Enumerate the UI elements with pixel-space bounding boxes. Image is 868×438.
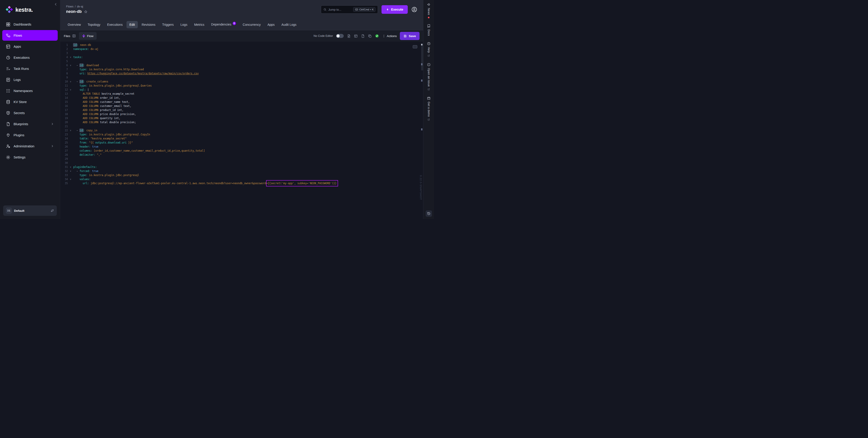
- code-line-33[interactable]: 33 type: io.kestra.plugin.jdbc.postgresq…: [60, 173, 423, 177]
- table-view-icon[interactable]: [354, 34, 358, 38]
- copy-icon[interactable]: [368, 34, 372, 38]
- tab-executions[interactable]: Executions: [104, 21, 125, 28]
- code-line-3[interactable]: 3: [60, 51, 423, 55]
- sidebar-item-flows[interactable]: Flows: [2, 30, 58, 41]
- code-line-1[interactable]: 1id: neon-db: [60, 43, 423, 47]
- code-line-4[interactable]: 4∨tasks:: [60, 55, 423, 59]
- code-line-25[interactable]: 25 from: "{{ outputs.download.uri }}": [60, 141, 423, 145]
- code-line-16[interactable]: 16 ADD COLUMN customer_email text,: [60, 104, 423, 108]
- code-line-2[interactable]: 2namespace: dv-aj: [60, 47, 423, 51]
- file-icon[interactable]: [361, 34, 365, 38]
- breadcrumb-namespace[interactable]: dv-aj: [77, 5, 83, 8]
- code-line-26[interactable]: 26 header: true: [60, 145, 423, 149]
- sidebar-item-administration[interactable]: Administration: [2, 141, 58, 151]
- code-line-27[interactable]: 27 columns: [order_id,customer_name,cust…: [60, 149, 423, 153]
- code-editor[interactable]: 1id: neon-db2namespace: dv-aj34∨tasks:56…: [60, 42, 423, 219]
- sidebar-item-secrets[interactable]: Secrets: [2, 108, 58, 118]
- code-line-21[interactable]: 21: [60, 124, 423, 128]
- tab-topology[interactable]: Topology: [85, 21, 103, 28]
- code-line-22[interactable]: 22∨ - id: copy_in: [60, 128, 423, 132]
- sidebar-item-blueprints[interactable]: Blueprints: [2, 119, 58, 129]
- code-line-23[interactable]: 23 type: io.kestra.plugin.jdbc.postgresq…: [60, 132, 423, 136]
- jump-to-search[interactable]: Ctrl/Cmd + K: [321, 5, 378, 13]
- save-button[interactable]: Save: [400, 32, 420, 40]
- code-line-17[interactable]: 17 ADD COLUMN product_id int,: [60, 108, 423, 112]
- sidebar-item-task-runs[interactable]: Task Runs: [2, 63, 58, 74]
- code-line-19[interactable]: 19 ADD COLUMN quantity int,: [60, 116, 423, 120]
- code-line-15[interactable]: 15 ADD COLUMN customer_name text,: [60, 100, 423, 104]
- code-line-9[interactable]: 9: [60, 75, 423, 79]
- jump-to-input[interactable]: [328, 8, 351, 11]
- code-line-32[interactable]: 32∨ - forced: true: [60, 169, 423, 173]
- tenant-selector[interactable]: DE Default: [3, 205, 57, 216]
- tab-apps[interactable]: Apps: [265, 21, 278, 28]
- code-line-31[interactable]: 31∨pluginDefaults:: [60, 165, 423, 169]
- tab-audit-logs[interactable]: Audit Logs: [279, 21, 299, 28]
- kestra-logo[interactable]: kestra.: [0, 0, 60, 18]
- code-line-14[interactable]: 14 ADD COLUMN order_id int,: [60, 96, 423, 100]
- fold-chevron-icon[interactable]: ∨: [68, 55, 73, 59]
- flow-file-tab[interactable]: Flow: [79, 32, 97, 40]
- code-line-10[interactable]: 10∨ - id: create_columns: [60, 79, 423, 83]
- rail-item-help[interactable]: Help: [427, 42, 431, 57]
- rail-item-open-an-issue[interactable]: Open an issue: [427, 63, 431, 91]
- fold-chevron-icon[interactable]: ∨: [68, 169, 73, 173]
- code-line-28[interactable]: 28 delimiter: ",": [60, 153, 423, 157]
- fold-chevron-icon[interactable]: ∨: [68, 63, 73, 67]
- rail-item-get-a-demo[interactable]: Get a demo: [427, 97, 431, 121]
- tab-metrics[interactable]: Metrics: [191, 21, 207, 28]
- tab-triggers[interactable]: Triggers: [159, 21, 177, 28]
- sidebar-item-kv-store[interactable]: KV Store: [2, 97, 58, 107]
- tab-overview[interactable]: Overview: [65, 21, 84, 28]
- fold-gutter: [68, 153, 73, 157]
- code-line-35[interactable]: 35 url: jdbc:postgresql://ep-ancient-flo…: [60, 181, 423, 185]
- no-code-editor-toggle[interactable]: [336, 34, 344, 38]
- tab-logs[interactable]: Logs: [178, 21, 190, 28]
- code-line-8[interactable]: 8 uri: https://huggingface.co/datasets/k…: [60, 71, 423, 75]
- code-line-30[interactable]: 30: [60, 161, 423, 165]
- code-line-24[interactable]: 24 table: "kestra_example_secret": [60, 136, 423, 141]
- actions-button[interactable]: Actions: [382, 34, 397, 38]
- code-area[interactable]: 1id: neon-db2namespace: dv-aj34∨tasks:56…: [60, 43, 423, 185]
- code-line-5[interactable]: 5: [60, 59, 423, 63]
- favorite-star-icon[interactable]: [84, 10, 88, 13]
- sidebar-item-namespaces[interactable]: Namespaces: [2, 86, 58, 96]
- fold-chevron-icon[interactable]: ∨: [68, 177, 73, 181]
- rail-item-docs[interactable]: Docs: [427, 24, 431, 36]
- execute-button[interactable]: Execute: [381, 5, 408, 14]
- editor-widget-icon[interactable]: [413, 45, 417, 48]
- fold-chevron-icon[interactable]: ∨: [68, 79, 73, 83]
- code-line-13[interactable]: 13 ALTER TABLE kestra_example_secret: [60, 92, 423, 96]
- tab-concurrency[interactable]: Concurrency: [240, 21, 264, 28]
- code-line-29[interactable]: 29: [60, 157, 423, 161]
- fold-chevron-icon[interactable]: ∨: [68, 88, 73, 92]
- tab-edit[interactable]: Edit: [126, 21, 138, 28]
- tab-dependencies[interactable]: Dependencies0: [208, 21, 239, 28]
- rail-item-news[interactable]: News: [427, 3, 431, 18]
- user-avatar[interactable]: [411, 6, 417, 12]
- code-line-11[interactable]: 11 type: io.kestra.plugin.jdbc.postgresq…: [60, 83, 423, 88]
- sidebar-item-settings[interactable]: Settings: [2, 152, 58, 163]
- sidebar-item-dashboards[interactable]: Dashboards: [2, 19, 58, 30]
- fold-chevron-icon[interactable]: ∨: [68, 128, 73, 132]
- sidebar-item-logs[interactable]: Logs: [2, 74, 58, 85]
- code-line-20[interactable]: 20 ADD COLUMN total double precision;: [60, 120, 423, 124]
- sidebar-item-executions[interactable]: Executions: [2, 52, 58, 63]
- doc-play-icon[interactable]: [347, 34, 351, 38]
- code-line-6[interactable]: 6∨ - id: download: [60, 63, 423, 67]
- sidebar-item-apps[interactable]: Apps: [2, 41, 58, 52]
- code-line-12[interactable]: 12∨ sql: |: [60, 88, 423, 92]
- tab-revisions[interactable]: Revisions: [139, 21, 158, 28]
- sidebar-item-plugins[interactable]: Plugins: [2, 130, 58, 140]
- files-toggle-button[interactable]: Files: [64, 34, 76, 38]
- code-line-18[interactable]: 18 ADD COLUMN price double precision,: [60, 112, 423, 116]
- line-number: 24: [60, 136, 68, 141]
- history-button[interactable]: [426, 210, 432, 217]
- sidebar-collapse-button[interactable]: [54, 2, 58, 6]
- scrollbar-thumb[interactable]: [421, 43, 423, 70]
- code-line-7[interactable]: 7 type: io.kestra.plugin.core.http.Downl…: [60, 67, 423, 71]
- code-line-34[interactable]: 34∨ values:: [60, 177, 423, 181]
- breadcrumb-flows[interactable]: Flows: [66, 5, 73, 8]
- tenant-switch-icon[interactable]: [51, 209, 54, 212]
- fold-chevron-icon[interactable]: ∨: [68, 165, 73, 169]
